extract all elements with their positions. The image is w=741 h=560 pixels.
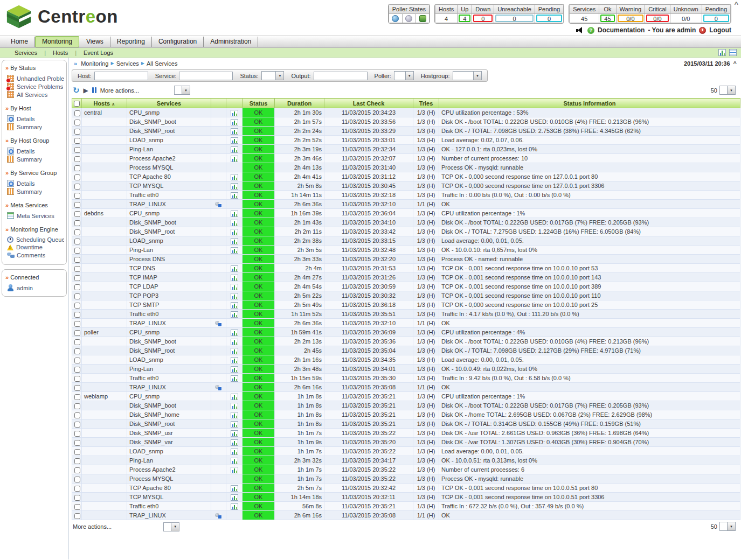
hosts-value-hosts[interactable]: 4 [437,15,456,22]
service-cell[interactable]: TCP MYSQL [127,493,211,502]
service-cell[interactable]: Disk_SNMP_root [127,227,211,236]
row-checkbox[interactable] [74,330,80,336]
sidebar-item-meta-services[interactable]: Meta Services [5,212,64,220]
logout-link[interactable]: Logout [709,26,731,34]
row-checkbox[interactable] [74,211,80,217]
graph-icon[interactable] [231,330,238,336]
row-checkbox[interactable] [74,165,80,171]
column-header-services[interactable]: Services [127,99,211,108]
service-cell[interactable]: TRAP_LINUX [127,383,211,392]
graph-icon[interactable] [231,339,238,345]
more-actions-select-bottom[interactable]: ▼ [163,522,179,531]
graph-icon[interactable] [231,128,238,135]
sidebar-item-details[interactable]: Details [5,147,64,155]
row-checkbox[interactable] [74,138,80,144]
graph-icon[interactable] [231,137,238,144]
row-checkbox[interactable] [74,440,80,446]
graph-icon[interactable] [231,156,238,162]
graph-icon[interactable] [231,375,238,382]
sidebar-item-summary[interactable]: Summary [5,123,64,131]
more-actions-label[interactable]: More actions... [100,87,139,94]
service-cell[interactable]: Disk_SNMP_boot [127,117,211,127]
row-checkbox[interactable] [74,412,80,418]
sidebar-item-scheduling-queue[interactable]: Scheduling Queue [5,236,64,243]
service-cell[interactable]: CPU_snmp [127,392,211,401]
row-checkbox[interactable] [74,312,80,318]
breadcrumb-monitoring[interactable]: Monitoring [80,60,109,67]
row-checkbox[interactable] [74,248,80,254]
hosts-value-unreachable[interactable]: 0 [495,15,533,22]
row-checkbox[interactable] [74,348,80,354]
poller-filter-select[interactable]: ▼ [394,71,414,80]
row-checkbox[interactable] [74,193,80,199]
service-cell[interactable]: TCP IMAP [127,273,211,282]
more-actions-select[interactable]: ▼ [174,86,190,95]
breadcrumb-all-services[interactable]: All Services [146,60,178,67]
header-collapse-caret[interactable]: ^ [734,0,738,8]
service-cell[interactable]: TRAP_LINUX [127,200,211,209]
column-header-last-check[interactable]: Last Check [324,99,413,108]
column-header-status-information[interactable]: Status information [439,99,740,108]
service-cell[interactable]: TRAP_LINUX [127,511,211,520]
service-cell[interactable]: Process Apache2 [127,465,211,474]
service-cell[interactable]: Ping-Lan [127,145,211,154]
graph-icon[interactable] [231,229,238,235]
row-checkbox[interactable] [74,184,80,190]
services-value-critical[interactable]: 0/0 [646,15,669,22]
row-checkbox[interactable] [74,477,80,482]
row-checkbox[interactable] [74,431,80,437]
nav-tab-administration[interactable]: Administration [204,37,258,47]
service-cell[interactable]: TCP POP3 [127,291,211,300]
service-cell[interactable]: CPU_snmp [127,108,211,117]
row-checkbox[interactable] [74,303,80,309]
graph-icon[interactable] [231,302,238,309]
service-cell[interactable]: CPU_snmp [127,328,211,337]
host-cell[interactable]: debdns [82,209,127,218]
nav-tab-home[interactable]: Home [4,37,35,47]
sidebar-item-all-services[interactable]: All Services [5,90,64,99]
row-checkbox[interactable] [74,358,80,363]
pause-icon[interactable] [92,87,96,93]
row-checkbox[interactable] [74,147,80,153]
graph-icon[interactable] [231,467,238,473]
row-checkbox[interactable] [74,376,80,382]
service-cell[interactable]: Process MYSQL [127,474,211,484]
row-checkbox[interactable] [74,156,80,162]
service-cell[interactable]: Disk_SNMP_home [127,410,211,419]
service-cell[interactable]: Disk_SNMP_root [127,419,211,429]
row-checkbox[interactable] [74,110,80,116]
nav-tab-configuration[interactable]: Configuration [152,37,204,47]
row-checkbox[interactable] [74,513,80,519]
sidebar-item-comments[interactable]: Comments [5,251,64,259]
row-checkbox[interactable] [74,266,80,272]
graph-icon[interactable] [231,293,238,299]
graph-icon[interactable] [231,220,238,226]
hosts-value-down[interactable]: 0 [473,15,493,22]
graph-icon[interactable] [231,449,238,455]
subnav-hosts[interactable]: Hosts [46,50,75,56]
graph-icon[interactable] [231,348,238,354]
row-checkbox[interactable] [74,385,80,391]
service-cell[interactable]: TCP SMTP [127,300,211,310]
graph-icon[interactable] [231,494,238,501]
column-header-status[interactable]: Status [243,99,275,108]
graph-icon[interactable] [231,412,238,418]
service-cell[interactable]: Disk_SNMP_boot [127,218,211,227]
row-checkbox[interactable] [74,486,80,492]
column-header-duration[interactable]: Duration [275,99,324,108]
more-actions-label-bottom[interactable]: More actions... [73,523,112,530]
row-checkbox[interactable] [74,403,80,409]
output-filter-input[interactable] [314,72,368,80]
service-cell[interactable]: Traffic eth0 [127,502,211,511]
graph-icon[interactable] [231,192,238,199]
list-view-icon[interactable] [729,49,737,56]
nav-tab-reporting[interactable]: Reporting [110,37,152,47]
graph-icon[interactable] [231,238,238,244]
sound-icon[interactable] [576,27,584,34]
sidebar-item-summary[interactable]: Summary [5,155,64,163]
service-cell[interactable]: Disk_SNMP_usr [127,429,211,438]
logout-icon[interactable] [699,27,706,34]
row-checkbox[interactable] [74,239,80,244]
sidebar-item-summary[interactable]: Summary [5,187,64,195]
nav-tab-views[interactable]: Views [80,37,110,47]
